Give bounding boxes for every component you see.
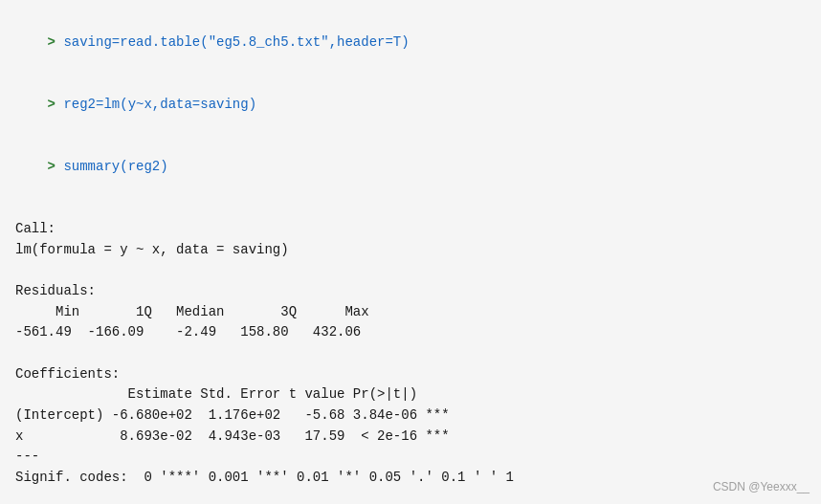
prompt-text-1: saving=read.table("eg5.8_ch5.txt",header… — [55, 34, 410, 50]
prompt-gt-2: > — [48, 97, 55, 112]
output-residuals-label: Residuals: — [15, 281, 806, 302]
prompt-text-3: summary(reg2) — [55, 159, 168, 174]
output-call-formula: lm(formula = y ~ x, data = saving) — [15, 240, 806, 261]
line-1: > saving=read.table("eg5.8_ch5.txt",head… — [15, 11, 806, 74]
prompt-gt-3: > — [48, 159, 55, 174]
empty-line-2 — [15, 260, 806, 281]
prompt-text-2: reg2=lm(y~x,data=saving) — [55, 97, 256, 112]
output-residuals-header: Min 1Q Median 3Q Max — [15, 302, 806, 323]
output-coef-x: x 8.693e-02 4.943e-03 17.59 < 2e-16 *** — [15, 427, 806, 448]
prompt-gt-1: > — [48, 34, 55, 50]
output-coef-dashes: --- — [15, 447, 806, 468]
empty-line-4 — [15, 489, 806, 504]
output-call-label: Call: — [15, 219, 806, 240]
terminal-window: > saving=read.table("eg5.8_ch5.txt",head… — [0, 0, 821, 504]
empty-line-3 — [15, 343, 806, 364]
output-coef-intercept: (Intercept) -6.680e+02 1.176e+02 -5.68 3… — [15, 405, 806, 427]
empty-line-1 — [15, 198, 806, 219]
line-3: > summary(reg2) — [15, 136, 806, 198]
output-signif-codes: Signif. codes: 0 '***' 0.001 '**' 0.01 '… — [15, 468, 806, 489]
line-2: > reg2=lm(y~x,data=saving) — [15, 74, 806, 136]
output-coef-header: Estimate Std. Error t value Pr(>|t|) — [15, 384, 806, 405]
output-residuals-values: -561.49 -166.09 -2.49 158.80 432.06 — [15, 322, 806, 343]
watermark: CSDN @Yeexxx__ — [713, 478, 810, 496]
output-coef-label: Coefficients: — [15, 364, 806, 385]
